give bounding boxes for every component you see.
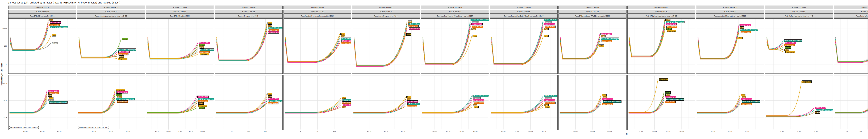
x-tick-label: 1e+05: [666, 130, 670, 132]
series-label: CRAN=1.18.0: [544, 99, 555, 102]
series-label: Fixed: [198, 102, 204, 105]
x-tick-label: 1e+03: [23, 130, 27, 132]
series-label: HEAD=diff-date-compat: [198, 98, 214, 100]
x-axis-tick-labels: 1e+031e+041e+051e+06: [627, 130, 695, 133]
x-axis-tick-labels: 101001000: [215, 130, 283, 133]
panel-kilobytes: FastCRAN=1.18.0base=masterHEAD=diff-date…: [8, 19, 76, 74]
series-label: FasterIO: [473, 97, 481, 99]
series-label: base=master: [666, 26, 677, 28]
series-label: Slow: [49, 96, 54, 99]
series-label: CRAN=1.18.0: [665, 23, 677, 25]
x-axis-tick-labels: 1e+031e+061e+09: [8, 130, 76, 133]
facet-column: N.factor: 9.57e-01 P.value: 0.00e+00 Tes…: [8, 5, 76, 133]
strip-pvalue: P.value: 1.80e-01: [215, 10, 283, 13]
series-label: HEAD=diff-date-compat: [341, 37, 351, 40]
strip-nfactor: N.factor: 1.00e+00: [352, 5, 420, 9]
strip-pvalue: P.value: 5.29e-01: [696, 10, 764, 13]
panel-annotation: HEAD=diff-date-compat slower P<0.001: [78, 126, 109, 129]
x-tick-label: 100: [247, 130, 250, 132]
series-label: CRAN=1.18.0: [341, 40, 351, 42]
strip-test: Test: DT[by] fixed in #4558: [146, 14, 214, 18]
strip-nfactor: N.factor: 1.00e+00: [627, 5, 695, 9]
series-label: Slow: [268, 93, 272, 95]
strip-pvalue: P.value: 4.44e-01: [558, 10, 626, 13]
series-label: Regression: [198, 105, 207, 107]
series-label: Fixed: [117, 96, 122, 98]
x-axis-tick-labels: 1e+021e+041e+061e+08: [421, 130, 489, 133]
panel-kilobytes: CRAN=1.18.0FastHEAD=diff-date-compatbase…: [558, 19, 626, 74]
series-label: Before: [666, 28, 672, 30]
series-label: Fast: [602, 96, 607, 98]
series-label: FasterIO: [545, 21, 552, 23]
strip-nfactor: N.factor: 1.00e+00: [558, 5, 626, 9]
x-tick-label: 1e+04: [590, 130, 595, 132]
strip-nfactor: N.factor: 1.00e+00: [77, 5, 145, 9]
x-tick-label: 1e+02: [367, 130, 371, 132]
x-tick-label: 1e+02: [574, 130, 578, 132]
strip-nfactor: N.factor: 1.00e+00: [146, 5, 214, 9]
x-tick-label: 1e+06: [679, 130, 684, 132]
series-label: Slow: [52, 34, 56, 36]
strip-nfactor: N.factor: 1.00e+00: [490, 5, 558, 9]
series-label: Fixed: [199, 46, 204, 49]
x-tick-label: 1000: [264, 130, 267, 132]
series-label: base=master: [49, 24, 60, 26]
series-label: HEAD=diff-date-compat: [666, 21, 684, 23]
strip-test: Test: fread(select=list(Date='date')) im…: [490, 14, 558, 18]
series-label: Regression: [116, 89, 125, 91]
panel-seconds: SlowFastCRAN=1.18.0HEAD=diff-date-compat…: [696, 75, 764, 130]
series-label: base=master: [197, 100, 208, 102]
panel-seconds: SlowFastCRAN=1.18.0HEAD=diff-date-compat…: [215, 75, 283, 130]
x-axis-tick-labels: 1e+021e+041e+06: [352, 130, 420, 133]
x-tick-label: 1e+03: [178, 130, 182, 132]
series-label: HEAD=diff-date-compat: [118, 49, 136, 51]
strip-test: Test: fwrite refactored in #6393: [834, 14, 868, 18]
panel-annotation: HEAD=diff-date-compat stopped early: [9, 126, 39, 129]
series-label: base=master: [199, 51, 210, 53]
strip-nfactor: N.factor: 9.57e-01: [8, 5, 76, 9]
strip-test: Test: DT[,.SD] improved in #4501: [8, 14, 76, 18]
series-label: Fast: [544, 104, 549, 106]
x-axis-tick-labels: 10100100010000: [834, 130, 868, 133]
strip-nfactor: N.factor: 1.00e+00: [421, 5, 489, 9]
x-tick-label: 10: [846, 130, 848, 132]
series-label: Slow: [342, 97, 346, 99]
series-label: base=master: [545, 102, 556, 104]
series-label: FasterIO: [472, 21, 479, 23]
strip-test: Test: shallow regression fixed in #4440: [765, 14, 833, 18]
series-label: HEAD=diff-date-compat: [544, 19, 558, 21]
panel-kilobytes: FixedHEAD=diff-date-compatCRAN=1.18.0bas…: [627, 19, 695, 74]
x-tick-label: 1e+06: [401, 130, 405, 132]
chart-title: 18 test cases (all), ordered by N.factor…: [8, 1, 120, 4]
strip-test: Test: memrecycle regression fixed in #54…: [77, 14, 145, 18]
strip-pvalue: P.value: 2.15e-01: [352, 10, 420, 13]
series-label: HEAD=diff-date-compat: [544, 95, 558, 97]
x-tick-label: 1e+06: [40, 130, 44, 132]
x-tick-label: 1e+03: [711, 130, 715, 132]
x-axis-tick-labels: 1e+021e+041e+06: [77, 130, 145, 133]
x-axis-tick-labels: 1e+031e+061e+09: [765, 130, 833, 133]
x-tick-label: 1e+06: [126, 130, 130, 132]
x-tick-label: 1e+02: [166, 130, 170, 132]
facet-columns: N.factor: 9.57e-01 P.value: 0.00e+00 Tes…: [8, 5, 868, 133]
series-label: base=master: [268, 102, 278, 105]
series-label: HEAD=diff-date-compat: [472, 95, 489, 97]
series-label: Before: [785, 47, 791, 49]
series-label: Fixed: [119, 55, 124, 58]
y-tick-label: 100: [4, 45, 7, 47]
series-label: base=master: [118, 53, 128, 55]
y-tick-label: 1e-02: [3, 100, 7, 102]
series-label: Slower: [52, 42, 58, 44]
series-label: HEAD=diff-date-compat: [49, 101, 67, 104]
panel-kilobytes: HEAD=diff-date-compatFasterIOCRAN=1.18.0…: [490, 19, 558, 74]
x-tick-label: 1e+04: [515, 130, 519, 132]
series-label: HEAD=diff-date-compat: [199, 49, 214, 51]
panel-kilobytes: HEAD=diff-date-compatFasterIOCRAN=1.18.0…: [421, 19, 489, 74]
atime-test-chart: 18 test cases (all), ordered by N.factor…: [0, 0, 868, 139]
strip-pvalue: P.value: 6.15e-01: [834, 10, 868, 13]
series-label: CRAN=1.18.0: [602, 98, 613, 101]
series-label: Slow: [545, 106, 550, 108]
series-label: base=master: [601, 40, 612, 42]
x-tick-label: 100: [860, 130, 862, 132]
panel-seconds: base=masterBeforeHEAD=diff-date-compatPR…: [834, 75, 868, 130]
